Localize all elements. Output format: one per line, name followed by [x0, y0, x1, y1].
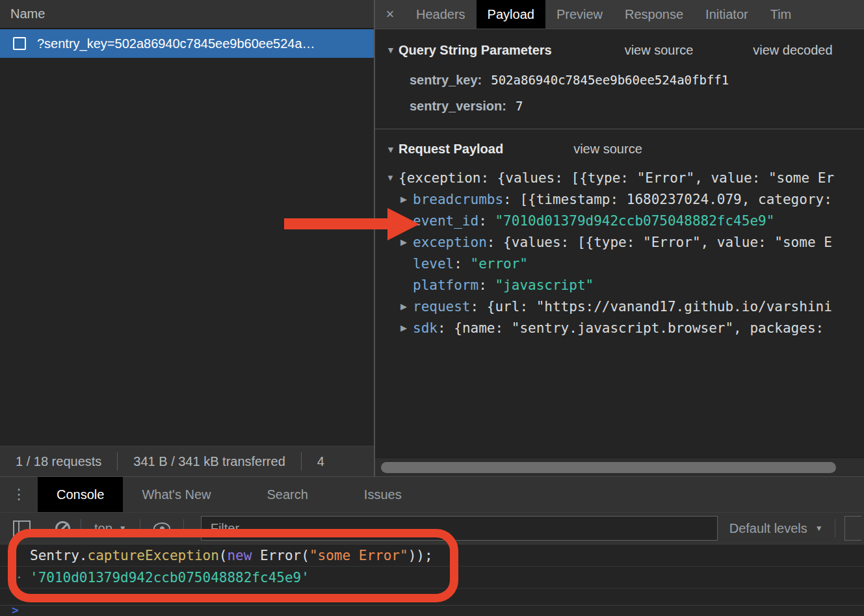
log-levels-dropdown[interactable]: Default levels ▼	[729, 521, 823, 536]
json-preview-text: {exception: {values: [{type: "Error", va…	[399, 170, 834, 186]
payload-tree-row[interactable]: ▶sdk: {name: "sentry.javascript.browser"…	[375, 317, 864, 339]
horizontal-scrollbar	[375, 457, 864, 476]
view-decoded-link[interactable]: view decoded	[753, 43, 832, 58]
toolbar-divider	[835, 519, 835, 537]
view-source-link[interactable]: view source	[625, 43, 694, 58]
tab-console[interactable]: Console	[38, 477, 123, 512]
param-name: sentry_key:	[410, 73, 482, 88]
param-value: 7	[516, 99, 523, 113]
network-requests-panel: Name ?sentry_key=502a86940c7845ee9b60ee5…	[0, 0, 374, 476]
request-details-panel: × HeadersPayloadPreviewResponseInitiator…	[374, 0, 864, 476]
tab-headers[interactable]: Headers	[405, 0, 477, 29]
tab-preview[interactable]: Preview	[545, 0, 614, 29]
transferred-size: 341 B / 341 kB transferred	[133, 454, 285, 469]
summary-divider	[117, 452, 118, 470]
json-key: platform	[413, 277, 478, 293]
param-name: sentry_version:	[410, 99, 506, 114]
json-key: request	[413, 299, 471, 314]
name-column-header[interactable]: Name	[0, 0, 374, 29]
tab-tim[interactable]: Tim	[759, 0, 803, 29]
drawer-tabbar: ⋮ ConsoleWhat's NewSearchIssues	[0, 477, 864, 513]
json-string-value: "error"	[471, 256, 529, 272]
query-params-list: sentry_key: 502a86940c7845ee9b60ee524a0f…	[375, 67, 864, 119]
query-string-section-header: ▼ Query String Parameters view source vi…	[375, 29, 864, 60]
json-preview-text: :	[478, 213, 495, 229]
tab-initiator[interactable]: Initiator	[694, 0, 759, 29]
details-tabs: HeadersPayloadPreviewResponseInitiatorTi…	[405, 0, 802, 29]
log-levels-label: Default levels	[729, 521, 807, 536]
json-preview-text: :	[487, 235, 503, 250]
json-preview-text: :	[438, 320, 454, 336]
json-key: event_id	[413, 213, 478, 229]
payload-tree-row[interactable]: ▶request: {url: "https://vanand17.github…	[375, 296, 864, 317]
param-value: 502a86940c7845ee9b60ee524a0fbff1	[491, 73, 729, 87]
annotation-arrow-shaft	[284, 218, 389, 229]
collapse-triangle-icon[interactable]: ▼	[386, 45, 399, 55]
disclosure-triangle-icon[interactable]: ▼	[386, 173, 399, 183]
annotation-highlight-box	[8, 529, 458, 602]
clipped-toolbar-button[interactable]	[844, 516, 861, 541]
json-preview-text: :	[478, 277, 495, 293]
json-key: level	[413, 256, 454, 272]
tab-issues[interactable]: Issues	[345, 477, 421, 512]
json-key: exception	[413, 235, 487, 250]
network-summary-bar: 1 / 18 requests 341 B / 341 kB transferr…	[0, 446, 374, 476]
json-preview-text: {values: [{type: "Error", value: "some E	[503, 235, 832, 250]
payload-tree-row[interactable]: event_id: "7010d01379d942ccb075048882fc4…	[375, 210, 864, 231]
json-preview-text: :	[454, 256, 470, 272]
disclosure-triangle-icon[interactable]: ▶	[400, 194, 413, 204]
summary-divider	[301, 452, 302, 470]
json-key: breadcrumbs	[413, 192, 503, 207]
json-string-value: "7010d01379d942ccb075048882fc45e9"	[495, 213, 774, 229]
close-icon[interactable]: ×	[375, 0, 405, 29]
console-input-row[interactable]: >	[0, 605, 864, 616]
json-key: sdk	[413, 320, 438, 336]
json-string-value: "javascript"	[495, 277, 594, 293]
request-name: ?sentry_key=502a86940c7845ee9b60ee524a…	[37, 36, 315, 51]
disclosure-triangle-icon[interactable]: ▶	[400, 323, 413, 333]
network-request-row[interactable]: ?sentry_key=502a86940c7845ee9b60ee524a…	[0, 29, 374, 58]
request-payload-section-header: ▼ Request Payload view source	[375, 129, 864, 160]
collapse-triangle-icon[interactable]: ▼	[386, 144, 399, 155]
tab-search[interactable]: Search	[248, 477, 326, 512]
payload-tree-row[interactable]: ▶exception: {values: [{type: "Error", va…	[375, 231, 864, 253]
kebab-menu-icon[interactable]: ⋮	[0, 477, 38, 512]
json-preview-text: {url: "https://vanand17.github.io/varshi…	[487, 299, 832, 314]
name-column-label: Name	[10, 6, 45, 21]
query-string-title: Query String Parameters	[399, 43, 552, 58]
payload-json-tree: ▼{exception: {values: [{type: "Error", v…	[375, 167, 864, 339]
view-source-link[interactable]: view source	[573, 142, 642, 157]
devtools-window: Name ?sentry_key=502a86940c7845ee9b60ee5…	[0, 0, 864, 616]
payload-content: ▼ Query String Parameters view source vi…	[375, 29, 864, 339]
disclosure-triangle-icon[interactable]: ▶	[400, 302, 413, 311]
request-checkbox[interactable]	[13, 37, 26, 50]
payload-tree-row[interactable]: ▼{exception: {values: [{type: "Error", v…	[375, 167, 864, 188]
request-payload-title: Request Payload	[399, 142, 503, 157]
requests-count: 1 / 18 requests	[16, 454, 101, 469]
payload-tree-row[interactable]: ▶breadcrumbs: [{timestamp: 1680237024.07…	[375, 188, 864, 210]
chevron-down-icon: ▼	[815, 524, 823, 533]
drawer-tabs: ConsoleWhat's NewSearchIssues	[38, 477, 421, 512]
query-param-row: sentry_version: 7	[375, 93, 864, 119]
details-tabbar: × HeadersPayloadPreviewResponseInitiator…	[375, 0, 864, 29]
scrollbar-thumb[interactable]	[381, 462, 836, 473]
tab-what-s-new[interactable]: What's New	[123, 477, 229, 512]
json-preview-text: [{timestamp: 1680237024.079, category:	[519, 192, 831, 207]
tab-response[interactable]: Response	[614, 0, 694, 29]
json-preview-text: :	[503, 192, 519, 207]
query-param-row: sentry_key: 502a86940c7845ee9b60ee524a0f…	[375, 67, 864, 93]
json-preview-text: {name: "sentry.javascript.browser", pack…	[454, 320, 824, 336]
resources-size-truncated: 4	[317, 454, 324, 469]
json-preview-text: :	[471, 299, 487, 314]
annotation-arrow-head-icon	[387, 208, 419, 240]
payload-tree-row[interactable]: level: "error"	[375, 253, 864, 274]
console-prompt-icon: >	[12, 603, 19, 616]
tab-payload[interactable]: Payload	[477, 0, 545, 29]
payload-tree-row[interactable]: platform: "javascript"	[375, 274, 864, 296]
